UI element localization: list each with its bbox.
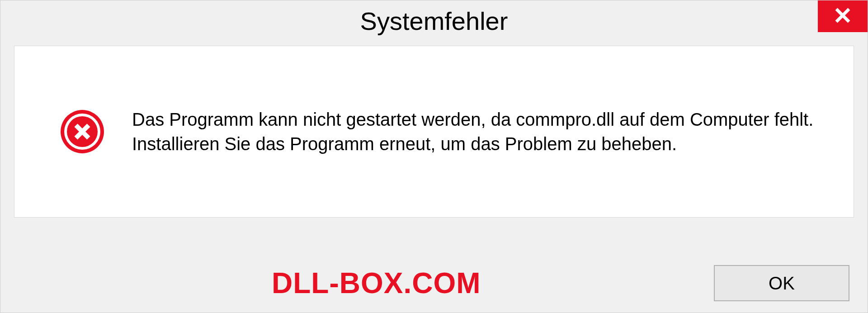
dialog-title: Systemfehler (360, 6, 508, 36)
close-icon (834, 6, 852, 26)
title-bar: Systemfehler (0, 0, 868, 41)
close-button[interactable] (818, 0, 868, 32)
ok-button[interactable]: OK (714, 265, 849, 301)
watermark-text: DLL-BOX.COM (272, 266, 481, 300)
error-dialog: Systemfehler Das Programm kann nicht ges… (0, 0, 868, 313)
error-icon (60, 109, 105, 154)
footer-area: DLL-BOX.COM OK (0, 265, 868, 301)
error-message: Das Programm kann nicht gestartet werden… (132, 107, 826, 156)
content-area: Das Programm kann nicht gestartet werden… (14, 46, 854, 218)
